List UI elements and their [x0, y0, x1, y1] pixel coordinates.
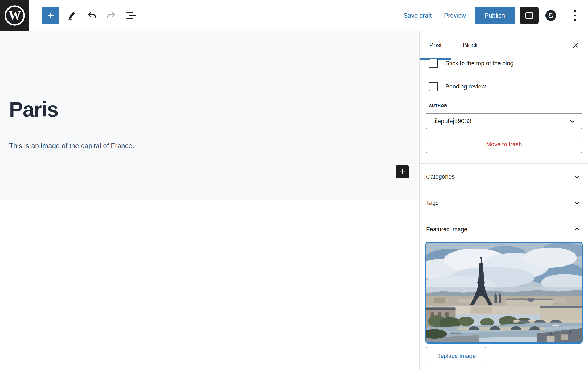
tools-button[interactable] [66, 9, 79, 22]
categories-panel-label: Categories [426, 173, 455, 180]
pencil-icon [67, 11, 77, 20]
publish-button[interactable]: Publish [475, 7, 515, 24]
move-to-trash-button[interactable]: Move to trash [426, 136, 582, 153]
plugin-b-circle-button[interactable]: B [545, 10, 556, 21]
chevron-down-icon [573, 199, 581, 207]
featured-image-paris[interactable] [425, 242, 583, 344]
toolbar-right-group: Save draft Preview Publish B [404, 0, 581, 31]
featured-image-panel-label: Featured image [426, 226, 467, 233]
stick-to-top-label: Stick to the top of the blog [445, 60, 513, 67]
categories-panel-toggle[interactable]: Categories [420, 163, 588, 190]
chevron-down-icon [573, 173, 581, 180]
options-menu-button[interactable] [570, 7, 581, 24]
pending-review-label: Pending review [445, 83, 486, 90]
plus-icon [47, 11, 55, 20]
post-paragraph[interactable]: This is an image of the capital of Franc… [9, 142, 134, 150]
plugin-b-icon: B [545, 10, 556, 21]
preview-button[interactable]: Preview [444, 12, 466, 19]
svg-text:W: W [9, 9, 21, 22]
wordpress-editor-window: W [0, 0, 588, 370]
author-select[interactable]: lilepufejo9033 [426, 113, 582, 129]
chevron-down-icon [569, 118, 576, 125]
tags-panel-label: Tags [426, 199, 438, 206]
redo-arrow-icon [106, 10, 116, 21]
paris-cityscape-illustration [426, 243, 582, 342]
wordpress-logo-icon: W [4, 5, 26, 26]
redo-button[interactable] [105, 9, 117, 22]
undo-button[interactable] [86, 9, 98, 22]
author-select-value: lilepufejo9033 [433, 118, 471, 125]
replace-image-button[interactable]: Replace Image [426, 347, 486, 365]
checkbox-unchecked[interactable] [429, 82, 438, 91]
settings-sidebar: Post Block Stick to the top of the blog … [419, 31, 588, 370]
tab-post[interactable]: Post [420, 31, 451, 59]
featured-image-panel-toggle[interactable]: Featured image [420, 216, 588, 242]
checkbox-unchecked[interactable] [429, 59, 438, 68]
close-icon [572, 42, 579, 49]
tab-post-label: Post [429, 42, 442, 49]
kebab-dots-icon [574, 10, 576, 21]
undo-arrow-icon [87, 10, 97, 21]
chevron-up-icon [573, 226, 581, 233]
tab-block-label: Block [463, 42, 478, 49]
post-title[interactable]: Paris [9, 99, 58, 120]
photo-details-metabox: Photo Details Photographer Photo Agency … [0, 200, 419, 370]
block-inserter-button[interactable] [42, 7, 59, 24]
wordpress-logo[interactable]: W [0, 0, 29, 31]
pending-review-checkbox-row[interactable]: Pending review [429, 82, 486, 91]
settings-sidebar-toggle-button[interactable] [520, 7, 539, 24]
list-view-button[interactable] [125, 9, 138, 22]
add-block-button[interactable] [396, 165, 409, 178]
tags-panel-toggle[interactable]: Tags [420, 190, 588, 216]
editor-canvas: Paris This is an image of the capital of… [0, 31, 419, 200]
plus-icon [399, 169, 406, 175]
tab-block[interactable]: Block [451, 31, 489, 59]
sidebar-tabbar: Post Block [420, 31, 588, 59]
close-sidebar-button[interactable] [570, 39, 582, 51]
sidebar-panel-icon [525, 11, 534, 20]
author-label: AUTHOR [429, 103, 447, 108]
stick-to-top-checkbox-row[interactable]: Stick to the top of the blog [429, 59, 513, 68]
top-toolbar: W [0, 0, 588, 31]
list-view-icon [126, 11, 136, 20]
save-draft-button[interactable]: Save draft [404, 12, 432, 19]
